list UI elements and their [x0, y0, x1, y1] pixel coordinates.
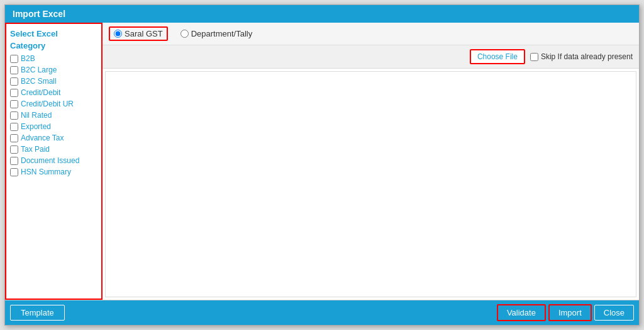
checkbox-b2b[interactable]: B2B — [10, 54, 97, 63]
footer: Template Validate Import Close — [5, 300, 639, 325]
checkbox-advancetax-label: Advance Tax — [21, 134, 64, 142]
checkbox-hsnsummary-input[interactable] — [10, 168, 18, 176]
template-button[interactable]: Template — [10, 305, 65, 321]
radio-saral-label: Saral GST — [125, 29, 163, 38]
checkbox-creditdebitur-input[interactable] — [10, 100, 18, 108]
file-bar: Choose File Skip If data already present — [103, 45, 639, 69]
title-bar: Import Excel — [5, 5, 639, 23]
checkbox-b2clarge-input[interactable] — [10, 66, 18, 74]
checkbox-creditdebit[interactable]: Credit/Debit — [10, 88, 97, 97]
checkbox-taxpaid-label: Tax Paid — [21, 145, 50, 154]
import-excel-dialog: Import Excel Select Excel Category B2B B… — [4, 4, 640, 326]
checkbox-b2b-input[interactable] — [10, 55, 18, 63]
checkbox-creditdebitur[interactable]: Credit/Debit UR — [10, 100, 97, 108]
checkbox-exported-label: Exported — [21, 122, 51, 131]
checkbox-nilrated[interactable]: Nil Rated — [10, 111, 97, 120]
select-excel-label: Select Excel — [10, 29, 97, 38]
category-label: Category — [10, 41, 97, 50]
radio-saral-option[interactable]: Saral GST — [109, 26, 168, 41]
checkbox-advancetax-input[interactable] — [10, 134, 18, 142]
checkbox-hsnsummary-label: HSN Summary — [21, 168, 71, 176]
checkbox-b2clarge-label: B2C Large — [21, 65, 57, 74]
checkbox-taxpaid[interactable]: Tax Paid — [10, 145, 97, 154]
checkbox-nilrated-input[interactable] — [10, 111, 18, 120]
radio-dept-label: Department/Tally — [191, 29, 253, 38]
radio-dept-input[interactable] — [180, 30, 189, 38]
close-button[interactable]: Close — [594, 305, 634, 321]
source-bar: Saral GST Department/Tally — [103, 23, 639, 45]
radio-saral-input[interactable] — [114, 30, 122, 38]
import-button[interactable]: Import — [548, 304, 592, 321]
skip-checkbox[interactable] — [530, 53, 538, 61]
checkbox-exported-input[interactable] — [10, 123, 18, 131]
checkbox-docissued-label: Document Issued — [21, 156, 79, 165]
checkbox-hsnsummary[interactable]: HSN Summary — [10, 168, 97, 176]
choose-file-button[interactable]: Choose File — [470, 49, 525, 64]
dialog-title: Import Excel — [13, 9, 65, 19]
checkbox-advancetax[interactable]: Advance Tax — [10, 134, 97, 142]
checkbox-creditdebit-label: Credit/Debit — [21, 88, 60, 97]
dialog-body: Select Excel Category B2B B2C Large B2C … — [5, 23, 639, 300]
checkbox-creditdebitur-label: Credit/Debit UR — [21, 100, 74, 108]
content-area — [105, 71, 636, 297]
checkbox-docissued-input[interactable] — [10, 157, 18, 165]
skip-checkbox-label: Skip If data already present — [541, 52, 633, 61]
checkbox-b2clarge[interactable]: B2C Large — [10, 65, 97, 74]
checkbox-b2csmall-label: B2C Small — [21, 77, 57, 86]
checkbox-exported[interactable]: Exported — [10, 122, 97, 131]
checkbox-creditdebit-input[interactable] — [10, 89, 18, 97]
checkbox-docissued[interactable]: Document Issued — [10, 156, 97, 165]
sidebar: Select Excel Category B2B B2C Large B2C … — [5, 23, 103, 300]
checkbox-b2csmall[interactable]: B2C Small — [10, 77, 97, 86]
radio-dept-option[interactable]: Department/Tally — [180, 29, 253, 38]
main-content: Saral GST Department/Tally Choose File S… — [103, 23, 639, 300]
validate-button[interactable]: Validate — [497, 304, 546, 321]
footer-left: Template — [10, 305, 494, 321]
skip-label-container: Skip If data already present — [530, 52, 633, 61]
checkbox-nilrated-label: Nil Rated — [21, 111, 52, 120]
checkbox-b2b-label: B2B — [21, 54, 35, 63]
checkbox-taxpaid-input[interactable] — [10, 145, 18, 154]
checkbox-b2csmall-input[interactable] — [10, 77, 18, 86]
